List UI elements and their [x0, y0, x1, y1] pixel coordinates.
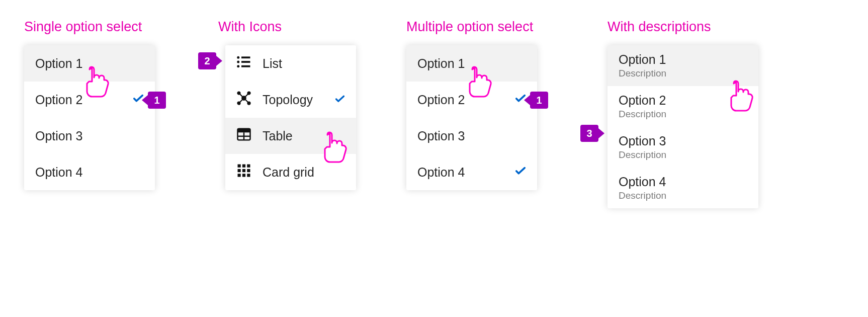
- option-label: Option 1: [417, 56, 506, 71]
- panel2-item-cardgrid[interactable]: Card grid: [225, 154, 356, 190]
- svg-line-11: [239, 93, 244, 98]
- option-label: Option 3: [619, 134, 747, 148]
- annotation-badge-2: 2: [198, 52, 216, 69]
- panel3-item-3[interactable]: Option 3: [406, 118, 537, 154]
- option-label: Option 3: [417, 129, 506, 143]
- svg-rect-16: [238, 129, 250, 133]
- panel2-title: With Icons: [218, 19, 282, 35]
- panel4-item-1[interactable]: Option 1 Description: [607, 45, 758, 86]
- svg-point-0: [237, 56, 239, 59]
- checkmark-icon: [736, 93, 747, 108]
- option-description: Description: [619, 68, 747, 79]
- svg-point-4: [237, 65, 239, 67]
- svg-rect-27: [247, 174, 250, 177]
- panel1-item-1[interactable]: Option 1: [24, 45, 155, 82]
- panel4-item-4[interactable]: Option 4 Description: [607, 168, 758, 208]
- option-description: Description: [619, 190, 747, 201]
- list-icon: [236, 54, 253, 72]
- table-icon: [236, 127, 253, 145]
- option-description: Description: [619, 109, 747, 120]
- panel3-item-2[interactable]: Option 2: [406, 82, 537, 118]
- svg-rect-23: [242, 169, 245, 172]
- option-label: Table: [263, 129, 345, 143]
- panel2-item-topology[interactable]: Topology: [225, 82, 356, 118]
- svg-rect-25: [238, 174, 241, 177]
- option-description: Description: [619, 149, 747, 161]
- svg-line-12: [244, 93, 249, 98]
- svg-line-13: [239, 98, 244, 103]
- checkmark-icon: [515, 165, 526, 180]
- option-label: Option 1: [619, 52, 747, 67]
- svg-rect-19: [238, 165, 241, 168]
- option-label: Option 2: [35, 93, 124, 107]
- svg-rect-21: [247, 165, 250, 168]
- annotation-badge-3: 3: [580, 125, 598, 142]
- option-label: Option 4: [417, 165, 506, 180]
- panel3-title: Multiple option select: [406, 19, 533, 35]
- grid-icon: [236, 163, 253, 181]
- panel1-item-3[interactable]: Option 3: [24, 118, 155, 154]
- panel1-item-2[interactable]: Option 2: [24, 82, 155, 118]
- annotation-badge-1a: 1: [148, 92, 166, 109]
- checkmark-icon: [335, 93, 345, 107]
- option-label: Option 4: [35, 165, 124, 180]
- svg-rect-24: [247, 169, 250, 172]
- svg-point-2: [237, 61, 239, 63]
- option-label: Option 2: [619, 93, 736, 108]
- panel4-menu: Option 1 Description Option 2 Descriptio…: [607, 45, 758, 208]
- panel2-item-list[interactable]: List: [225, 45, 356, 82]
- panel1-title: Single option select: [24, 19, 142, 35]
- panel2-item-table[interactable]: Table: [225, 118, 356, 154]
- svg-rect-3: [241, 61, 250, 63]
- option-label: Option 4: [619, 175, 747, 189]
- svg-rect-22: [238, 169, 241, 172]
- topology-icon: [236, 91, 253, 109]
- panel3-item-4[interactable]: Option 4: [406, 154, 537, 190]
- panel3-menu: Option 1 Option 2 Option 3 Option 4: [406, 45, 537, 190]
- option-label: Topology: [263, 93, 326, 107]
- svg-rect-1: [241, 56, 250, 58]
- svg-rect-20: [242, 165, 245, 168]
- option-label: Option 3: [35, 129, 124, 143]
- panel3-item-1[interactable]: Option 1: [406, 45, 537, 82]
- panel4-item-3[interactable]: Option 3 Description: [607, 127, 758, 168]
- panel1-item-4[interactable]: Option 4: [24, 154, 155, 190]
- panel2-menu: List Topology Table Card grid: [225, 45, 356, 190]
- option-label: Option 1: [35, 56, 124, 71]
- svg-line-14: [244, 98, 249, 103]
- option-label: List: [263, 56, 345, 71]
- option-label: Option 2: [417, 93, 506, 107]
- option-label: Card grid: [263, 165, 345, 180]
- panel4-item-2[interactable]: Option 2 Description: [607, 86, 758, 127]
- annotation-badge-1b: 1: [530, 92, 548, 109]
- panel4-title: With descriptions: [607, 19, 711, 35]
- svg-rect-5: [241, 65, 250, 67]
- svg-rect-26: [242, 174, 245, 177]
- panel1-menu: Option 1 Option 2 Option 3 Option 4: [24, 45, 155, 190]
